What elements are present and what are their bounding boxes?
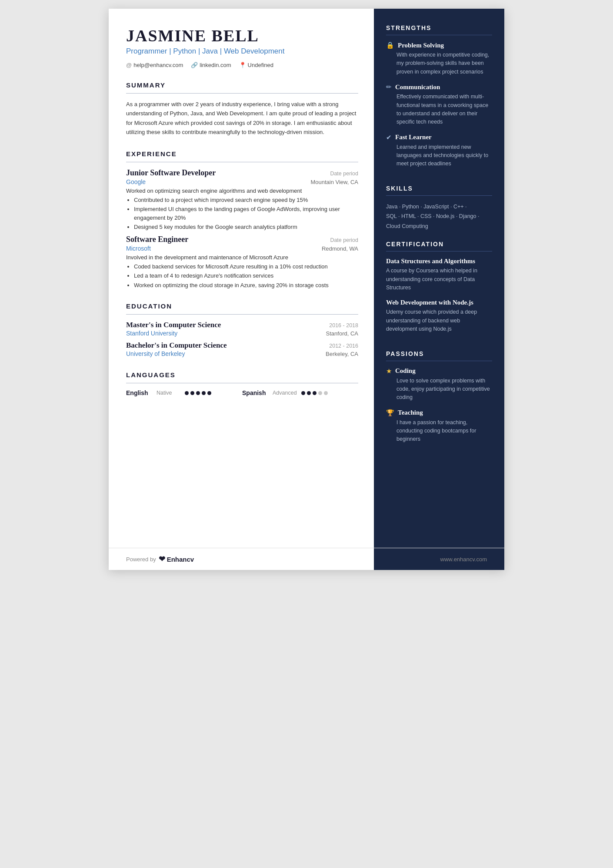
edu-1-header: Master's in Computer Science 2016 - 2018 (126, 321, 358, 329)
job-2-location: Redmond, WA (322, 245, 358, 252)
resume-page: JASMINE BELL Programmer | Python | Java … (109, 9, 504, 570)
cert-2: Web Development with Node.js Udemy cours… (386, 299, 492, 333)
footer-website: www.enhancv.com (440, 556, 487, 563)
job-1-bullet-1: Contributed to a project which improved … (134, 196, 358, 204)
education-section: EDUCATION Master's in Computer Science 2… (126, 302, 358, 362)
passion-1-header: ★ Coding (386, 367, 492, 375)
strength-3-header: ✔ Fast Learner (386, 134, 492, 141)
certification-divider (386, 251, 492, 251)
strengths-divider (386, 35, 492, 35)
passion-2-title: Teaching (398, 409, 423, 416)
job-1-bullet-2: Implemented UI changes to the landing pa… (134, 205, 358, 222)
passions-section: PASSIONS ★ Coding Love to solve complex … (386, 350, 492, 451)
linkedin-icon: 🔗 (191, 62, 198, 68)
lang-spanish-name: Spanish (242, 389, 268, 396)
passion-1-title: Coding (395, 367, 416, 375)
enhancv-logo: ❤ Enhancv (159, 554, 194, 564)
heart-icon: ❤ (159, 554, 165, 564)
dot-s4 (318, 391, 322, 395)
cert-1-title: Data Structures and Algorithms (386, 258, 492, 265)
summary-title: SUMMARY (126, 81, 358, 89)
skills-divider (386, 195, 492, 196)
candidate-title: Programmer | Python | Java | Web Develop… (126, 47, 358, 56)
lang-spanish-dots (301, 391, 328, 395)
email-value: help@enhancv.com (133, 62, 183, 68)
job-2-bullets: Coded backend services for Microsoft Azu… (126, 262, 358, 290)
location-contact: 📍 Undefined (239, 62, 273, 68)
problem-solving-icon: 🔒 (386, 41, 394, 49)
strength-3-title: Fast Learner (395, 134, 432, 141)
passions-title: PASSIONS (386, 350, 492, 357)
cert-2-title: Web Development with Node.js (386, 299, 492, 306)
edu-1-year: 2016 - 2018 (329, 322, 358, 328)
job-1-location: Mountain View, CA (310, 179, 358, 185)
edu-1-degree: Master's in Computer Science (126, 321, 221, 329)
lang-english-name: English (126, 389, 152, 396)
lang-english-dots (185, 391, 211, 395)
edu-1-school: Stanford University (126, 330, 177, 337)
edu-2-degree: Bachelor's in Computer Science (126, 341, 227, 350)
header-section: JASMINE BELL Programmer | Python | Java … (126, 26, 358, 72)
job-1-company-row: Google Mountain View, CA (126, 178, 358, 185)
languages-row: English Native Spanish Advanced (126, 389, 358, 396)
education-divider (126, 314, 358, 315)
edu-2-header: Bachelor's in Computer Science 2012 - 20… (126, 341, 358, 350)
footer-left: Powered by ❤ Enhancv (126, 554, 194, 564)
edu-2: Bachelor's in Computer Science 2012 - 20… (126, 341, 358, 357)
dot-1 (185, 391, 189, 395)
skills-title: SKILLS (386, 185, 492, 192)
dot-2 (190, 391, 194, 395)
passion-2-header: 🏆 Teaching (386, 409, 492, 417)
dot-s5 (324, 391, 328, 395)
lang-spanish: Spanish Advanced (242, 389, 358, 396)
dot-5 (207, 391, 211, 395)
coding-icon: ★ (386, 367, 392, 375)
edu-1-school-row: Stanford University Stanford, CA (126, 330, 358, 337)
edu-2-school-row: University of Berkeley Berkeley, CA (126, 350, 358, 357)
job-2-desc: Involved in the development and maintena… (126, 254, 358, 261)
communication-icon: ✏ (386, 83, 392, 91)
job-2-title: Software Engineer (126, 235, 188, 244)
cert-1: Data Structures and Algorithms A course … (386, 258, 492, 292)
cert-2-desc: Udemy course which provided a deep under… (386, 308, 492, 333)
job-2-bullet-3: Worked on optimizing the cloud storage i… (134, 281, 358, 290)
job-1: Junior Software Developer Date period Go… (126, 168, 358, 231)
summary-text: As a programmer with over 2 years of ind… (126, 100, 358, 137)
email-icon: @ (126, 62, 132, 68)
dot-s2 (307, 391, 311, 395)
page-footer: Powered by ❤ Enhancv www.enhancv.com (109, 548, 504, 570)
job-1-title: Junior Software Developer (126, 168, 216, 178)
certification-section: CERTIFICATION Data Structures and Algori… (386, 241, 492, 340)
languages-section: LANGUAGES English Native Spanish (126, 371, 358, 396)
job-2-date: Date period (330, 237, 358, 243)
brand-name: Enhancv (167, 556, 194, 563)
languages-title: LANGUAGES (126, 371, 358, 379)
dot-s3 (313, 391, 316, 395)
strength-3: ✔ Fast Learner Learned and implemented n… (386, 134, 492, 168)
edu-2-school: University of Berkeley (126, 350, 185, 357)
job-1-date: Date period (330, 171, 358, 177)
passions-divider (386, 361, 492, 361)
job-2-company: Microsoft (126, 245, 151, 252)
strength-1-title: Problem Solving (398, 42, 444, 49)
skills-line-2: SQL · HTML · CSS · Node.js · Django · (386, 211, 492, 221)
lang-spanish-level: Advanced (273, 390, 297, 396)
passion-2: 🏆 Teaching I have a passion for teaching… (386, 409, 492, 444)
dot-s1 (301, 391, 305, 395)
edu-2-year: 2012 - 2016 (329, 343, 358, 349)
skills-line-3: Cloud Computing (386, 221, 492, 231)
passion-1: ★ Coding Love to solve complex problems … (386, 367, 492, 402)
strength-1-header: 🔒 Problem Solving (386, 41, 492, 49)
powered-by-label: Powered by (126, 556, 156, 563)
job-2-company-row: Microsoft Redmond, WA (126, 245, 358, 252)
summary-section: SUMMARY As a programmer with over 2 year… (126, 81, 358, 141)
languages-divider (126, 383, 358, 383)
passion-1-desc: Love to solve complex problems with code… (396, 377, 492, 402)
job-1-bullets: Contributed to a project which improved … (126, 196, 358, 231)
candidate-name: JASMINE BELL (126, 26, 358, 45)
experience-section: EXPERIENCE Junior Software Developer Dat… (126, 150, 358, 293)
teaching-icon: 🏆 (386, 409, 394, 417)
lang-english-level: Native (157, 390, 180, 396)
skills-line-1: Java · Python · JavaScript · C++ · (386, 202, 492, 212)
job-1-header: Junior Software Developer Date period (126, 168, 358, 178)
